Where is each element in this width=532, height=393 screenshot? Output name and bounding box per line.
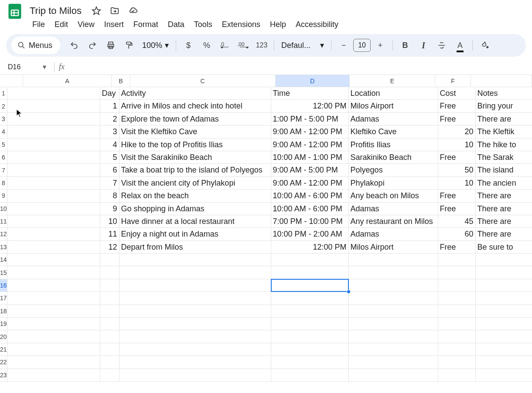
redo-button[interactable] bbox=[85, 37, 100, 53]
row-header[interactable]: 3 bbox=[0, 113, 7, 125]
cell[interactable] bbox=[7, 87, 100, 100]
cell[interactable] bbox=[349, 318, 438, 330]
row-header[interactable]: 22 bbox=[0, 356, 7, 369]
cell[interactable]: 10 bbox=[438, 139, 476, 151]
cell[interactable] bbox=[7, 343, 100, 356]
cell[interactable] bbox=[7, 139, 100, 151]
cell[interactable]: Free bbox=[438, 113, 476, 125]
cell[interactable] bbox=[100, 318, 119, 330]
paint-format-button[interactable] bbox=[121, 37, 137, 53]
cell[interactable] bbox=[7, 266, 100, 279]
cell[interactable]: Any beach on Milos bbox=[349, 190, 438, 202]
row-header[interactable]: 15 bbox=[0, 266, 7, 279]
cell[interactable]: There are bbox=[476, 215, 532, 228]
row-header[interactable]: 21 bbox=[0, 343, 7, 356]
cell[interactable]: There are bbox=[476, 190, 532, 202]
cell[interactable] bbox=[7, 215, 100, 228]
cell[interactable] bbox=[349, 254, 438, 266]
row-header[interactable]: 14 bbox=[0, 254, 7, 266]
cell[interactable]: 1 bbox=[100, 100, 119, 112]
cell[interactable]: Visit the Kleftiko Cave bbox=[119, 125, 271, 138]
cell[interactable]: Phylakopi bbox=[349, 177, 438, 190]
cell[interactable] bbox=[7, 292, 100, 305]
cell[interactable] bbox=[7, 228, 100, 241]
cell[interactable] bbox=[7, 164, 100, 176]
zoom-select[interactable]: 100% ▾ bbox=[140, 41, 171, 50]
menu-tools[interactable]: Tools bbox=[190, 18, 217, 31]
move-folder-icon[interactable] bbox=[109, 6, 120, 16]
cell[interactable]: Sarakiniko Beach bbox=[349, 151, 438, 164]
cell[interactable]: Free bbox=[438, 100, 476, 112]
select-all-corner[interactable] bbox=[0, 75, 23, 87]
cell[interactable]: 10 bbox=[438, 177, 476, 190]
cell[interactable] bbox=[119, 292, 271, 305]
cell[interactable] bbox=[438, 356, 476, 369]
cell[interactable]: Milos Airport bbox=[349, 100, 438, 112]
row-header[interactable]: 17 bbox=[0, 292, 7, 305]
cell[interactable] bbox=[438, 305, 476, 318]
cell[interactable]: 10:00 AM - 6:00 PM bbox=[271, 203, 349, 215]
text-color-button[interactable]: A bbox=[452, 37, 468, 53]
row-header[interactable]: 13 bbox=[0, 241, 7, 254]
cell[interactable]: The ancien bbox=[476, 177, 532, 190]
row-header[interactable]: 11 bbox=[0, 215, 7, 228]
row-header[interactable]: 23 bbox=[0, 369, 7, 382]
menu-file[interactable]: File bbox=[28, 18, 49, 31]
cell[interactable]: Be sure to bbox=[476, 241, 532, 254]
cell[interactable] bbox=[438, 266, 476, 279]
cloud-status-icon[interactable] bbox=[128, 6, 138, 16]
menu-insert[interactable]: Insert bbox=[100, 18, 128, 31]
row-header[interactable]: 6 bbox=[0, 151, 7, 164]
cell[interactable]: Free bbox=[438, 203, 476, 215]
cell[interactable] bbox=[438, 292, 476, 305]
cell[interactable]: Milos Airport bbox=[349, 241, 438, 254]
cell[interactable] bbox=[7, 151, 100, 164]
cell[interactable] bbox=[349, 305, 438, 318]
menus-search[interactable]: Menus bbox=[11, 37, 60, 54]
star-icon[interactable] bbox=[91, 6, 102, 16]
cell[interactable]: 10 bbox=[100, 215, 119, 228]
row-header[interactable]: 19 bbox=[0, 318, 7, 330]
cell[interactable]: 4 bbox=[100, 139, 119, 151]
cell[interactable] bbox=[271, 356, 349, 369]
row-header[interactable]: 20 bbox=[0, 330, 7, 343]
cell[interactable] bbox=[349, 279, 438, 292]
cell[interactable] bbox=[100, 330, 119, 343]
doc-title[interactable]: Trip to Milos bbox=[28, 4, 83, 17]
row-header[interactable]: 9 bbox=[0, 190, 7, 202]
column-header-C[interactable]: C bbox=[130, 75, 276, 87]
cell[interactable]: Notes bbox=[476, 87, 532, 100]
cell[interactable]: Arrive in Milos and check into hotel bbox=[119, 100, 271, 112]
cell[interactable] bbox=[271, 266, 349, 279]
column-header-extra[interactable] bbox=[471, 75, 532, 87]
cell[interactable]: 11 bbox=[100, 228, 119, 241]
decrease-decimal-button[interactable]: .0 bbox=[217, 37, 233, 53]
cell[interactable] bbox=[476, 305, 532, 318]
increase-font-size-button[interactable]: + bbox=[372, 37, 388, 53]
row-headers[interactable]: 1234567891011121314151617181920212223 bbox=[0, 87, 7, 382]
cell[interactable]: Go shopping in Adamas bbox=[119, 203, 271, 215]
menu-view[interactable]: View bbox=[73, 18, 99, 31]
formula-input[interactable] bbox=[65, 64, 532, 71]
cell[interactable]: Explore the town of Adamas bbox=[119, 113, 271, 125]
cell[interactable] bbox=[7, 369, 100, 382]
cell[interactable] bbox=[349, 266, 438, 279]
cell[interactable] bbox=[438, 330, 476, 343]
cell[interactable] bbox=[271, 318, 349, 330]
cells-area[interactable]: DayActivityTimeLocationCostNotes1Arrive … bbox=[7, 87, 532, 382]
font-family-select[interactable]: Defaul... ▾ bbox=[279, 41, 327, 50]
cell[interactable] bbox=[349, 343, 438, 356]
cell[interactable] bbox=[476, 356, 532, 369]
cell[interactable]: 9:00 AM - 12:00 PM bbox=[271, 125, 349, 138]
cell[interactable]: 3 bbox=[100, 125, 119, 138]
cell[interactable]: The hike to bbox=[476, 139, 532, 151]
cell[interactable] bbox=[119, 279, 271, 292]
row-header[interactable]: 7 bbox=[0, 164, 7, 176]
cell[interactable] bbox=[271, 292, 349, 305]
cell[interactable]: 50 bbox=[438, 164, 476, 176]
cell[interactable] bbox=[119, 305, 271, 318]
cell[interactable]: Visit the Sarakiniko Beach bbox=[119, 151, 271, 164]
menu-edit[interactable]: Edit bbox=[50, 18, 72, 31]
cell[interactable]: The Kleftik bbox=[476, 125, 532, 138]
menu-extensions[interactable]: Extensions bbox=[218, 18, 265, 31]
